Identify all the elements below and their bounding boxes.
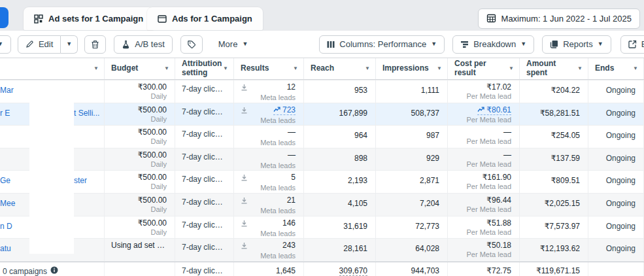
results-cell: — Meta leads — [234, 126, 304, 148]
tab-ad-sets[interactable]: Ad sets for 1 Campaign — [24, 7, 154, 30]
budget-value: ₹500.00 — [111, 150, 167, 160]
adset-name-link[interactable]: t Selli... — [74, 109, 99, 118]
sort-caret-icon[interactable]: ▼ — [509, 66, 514, 71]
amount-spent-cell: ₹137.59 — [520, 148, 588, 171]
impressions-cell: 64,028 — [376, 239, 448, 261]
results-cell: 21 Meta leads — [234, 194, 304, 216]
column-header-results[interactable]: Results▼ — [234, 58, 304, 79]
footer-budget-cell — [105, 262, 175, 276]
results-cell: 723 Meta leads — [234, 103, 304, 126]
footer-campaigns-count: 0 campaigns — [3, 267, 47, 276]
reports-button[interactable]: Reports▼ — [542, 35, 611, 54]
tab-ads[interactable]: Ads for 1 Campaign — [147, 7, 263, 30]
export-button[interactable]: Export — [620, 35, 644, 54]
results-cell: 12 Meta leads — [234, 80, 304, 103]
table-row[interactable]: Ge ster ₹500.00 Daily 7-day click or ...… — [0, 171, 644, 194]
result-download-icon — [241, 84, 248, 93]
sort-caret-icon[interactable]: ▼ — [93, 66, 99, 71]
sort-caret-icon[interactable]: ▼ — [164, 66, 169, 71]
adset-name-link[interactable]: n D — [0, 222, 12, 231]
breakdown-icon — [460, 41, 469, 48]
ads-frame-icon — [158, 14, 167, 24]
pencil-icon — [25, 40, 34, 48]
adset-name-link[interactable]: Mar — [0, 86, 14, 95]
cost-value: — — [503, 128, 511, 137]
column-header-reach[interactable]: Reach▼ — [304, 58, 376, 79]
sort-caret-icon[interactable]: ▼ — [633, 66, 638, 71]
date-range-label: Maximum: 1 Jun 2022 - 1 Jul 2025 — [501, 14, 632, 24]
duplicate-menu-button[interactable]: ▼ — [0, 35, 11, 54]
table-header: ▼Budget▼Attribution setting▼Results▼Reac… — [0, 58, 644, 80]
cost-per-result-cell: ₹161.90 Per Meta lead — [448, 171, 520, 193]
column-header-cost-per-result[interactable]: Cost per result▼ — [448, 58, 520, 79]
sort-caret-icon[interactable]: ▼ — [293, 66, 298, 71]
budget-type-label: Daily — [111, 92, 167, 100]
sort-caret-icon[interactable]: ▼ — [223, 66, 228, 71]
reach-cell: 4,105 — [304, 194, 376, 216]
adset-name-link[interactable]: Ge — [0, 176, 10, 185]
budget-type-label: Daily — [111, 160, 167, 168]
tag-button[interactable] — [180, 35, 203, 54]
ab-test-button[interactable]: A/B test — [114, 35, 173, 54]
campaigns-tab-edge[interactable] — [0, 7, 8, 28]
budget-cell: ₹300.00 Daily — [105, 80, 175, 103]
adset-name-link[interactable]: atu — [0, 244, 11, 253]
trash-icon — [91, 40, 99, 49]
column-header-attribution-setting[interactable]: Attribution setting▼ — [175, 58, 234, 79]
table-row[interactable]: Mee ₹500.00 Daily 7-day click or ... 21 … — [0, 194, 644, 216]
adset-name-link[interactable]: Mee — [0, 199, 15, 208]
breakdown-button[interactable]: Breakdown▼ — [452, 35, 534, 54]
amount-spent-cell: ₹2,025.15 — [520, 194, 588, 216]
attribution-cell: 7-day click or ... — [175, 171, 234, 193]
column-header-budget[interactable]: Budget▼ — [105, 58, 175, 79]
budget-value: ₹500.00 — [111, 173, 167, 182]
budget-type-label: Daily — [111, 115, 167, 123]
delete-button[interactable] — [84, 35, 106, 54]
table-row[interactable]: ₹500.00 Daily 7-day click or ... — Meta … — [0, 148, 644, 171]
budget-cell: ₹500.00 Daily — [105, 216, 175, 239]
reach-cell: 953 — [304, 80, 376, 103]
result-download-icon — [241, 242, 248, 251]
cost-per-result-cell: ₹50.18 Per Meta lead — [448, 239, 520, 261]
info-icon[interactable] — [50, 266, 58, 276]
table-row[interactable]: r E t Selli... ₹500.00 Daily 7-day click… — [0, 103, 644, 126]
table-row[interactable]: n D ₹500.00 Daily 7-day click or ... 146… — [0, 216, 644, 239]
column-header-ends[interactable]: Ends▼ — [588, 58, 644, 79]
footer-campaigns-cell: 0 campaigns — [0, 262, 105, 276]
table-footer: 0 campaigns 7-day click or ... 1,645 309… — [0, 262, 644, 276]
export-icon — [628, 40, 637, 48]
results-value: — — [288, 150, 296, 160]
impressions-cell: 987 — [376, 126, 448, 148]
cost-value: ₹17.02 — [486, 82, 511, 92]
results-value: 723 — [273, 105, 296, 115]
columns-button[interactable]: Columns: Performance▼ — [319, 35, 445, 54]
cost-type-label: Per Meta lead — [454, 137, 511, 145]
more-button[interactable]: More▼ — [211, 35, 256, 54]
export-label: Export — [641, 39, 644, 49]
ends-cell: Ongoing — [588, 194, 644, 216]
edit-menu-button[interactable]: ▼ — [61, 35, 78, 54]
sort-caret-icon[interactable]: ▼ — [437, 66, 442, 71]
ends-cell: Ongoing — [588, 126, 644, 148]
budget-value: Using ad set bud... — [111, 241, 167, 250]
edit-button[interactable]: Edit — [18, 35, 61, 54]
result-download-icon — [241, 197, 248, 206]
cost-type-label: Per Meta lead — [454, 116, 511, 124]
table-row[interactable]: atu Using ad set bud... 7-day click or .… — [0, 239, 644, 262]
table-row[interactable]: Mar ₹300.00 Daily 7-day click or ... 12 … — [0, 80, 644, 103]
impressions-cell: 2,871 — [376, 171, 448, 193]
budget-type-label: Daily — [111, 137, 167, 145]
sort-caret-icon[interactable]: ▼ — [577, 66, 583, 71]
column-header-name[interactable]: ▼ — [0, 58, 105, 79]
date-range-selector[interactable]: Maximum: 1 Jun 2022 - 1 Jul 2025 — [478, 9, 640, 29]
cost-type-label: Per Meta lead — [454, 160, 511, 168]
adset-name-link[interactable]: r E — [0, 109, 10, 118]
column-header-amount-spent[interactable]: Amount spent▼ — [520, 58, 588, 79]
attribution-cell: 7-day click or ... — [175, 103, 234, 126]
cost-type-label: Per Meta lead — [454, 228, 511, 236]
action-toolbar: ▼ Edit ▼ A/B test More▼ Columns: Perform… — [0, 31, 644, 58]
column-header-impressions[interactable]: Impressions▼ — [376, 58, 448, 79]
sort-caret-icon[interactable]: ▼ — [365, 66, 370, 71]
adset-name-link[interactable]: ster — [74, 176, 87, 185]
table-row[interactable]: ₹500.00 Daily 7-day click or ... — Meta … — [0, 126, 644, 148]
